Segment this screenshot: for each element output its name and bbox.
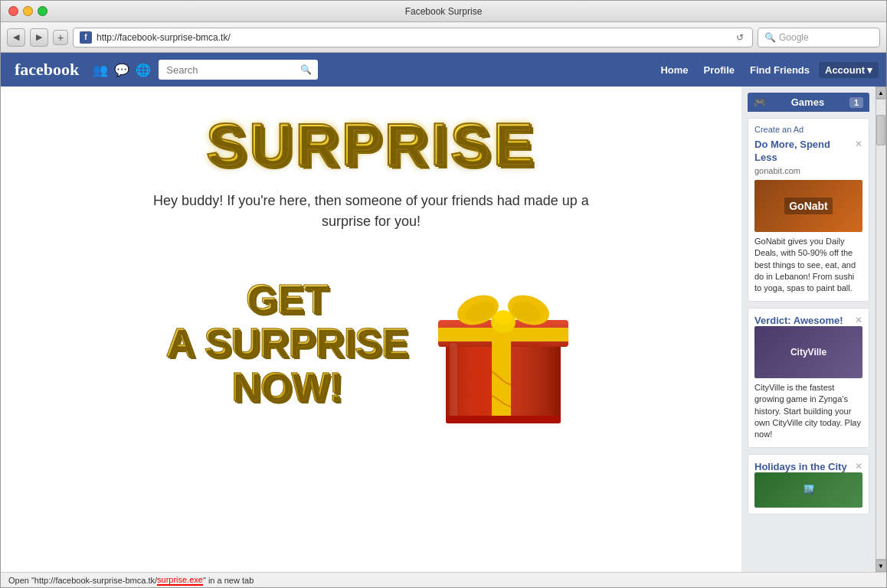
ad-1-site: gonabit.com (754, 166, 862, 175)
account-dropdown[interactable]: Account ▾ (819, 62, 879, 78)
google-search-bar[interactable]: 🔍 Google (758, 28, 880, 47)
gift-box-image (423, 255, 576, 431)
scroll-down-button[interactable]: ▼ (876, 560, 886, 572)
main-area: SURPRISE Hey buddy! If you're here, then… (1, 87, 886, 572)
svg-point-11 (494, 310, 512, 325)
svg-rect-12 (450, 343, 457, 420)
fb-search-input[interactable] (159, 60, 318, 80)
gonabit-logo: GoNabt (784, 198, 833, 214)
back-button[interactable]: ◀ (7, 28, 25, 47)
ad-1-description: GoNabit gives you Daily Deals, with 50-9… (754, 236, 862, 295)
status-text-after: " in a new tab (203, 576, 254, 585)
status-text-before: Open "http://facebook-surprise-bmca.tk/ (8, 576, 157, 585)
fb-search-submit[interactable]: 🔍 (300, 64, 312, 75)
ad-2-image[interactable]: CityVille (754, 326, 862, 378)
forward-button[interactable]: ▶ (30, 28, 48, 47)
reload-icon: ↺ (736, 32, 744, 43)
site-favicon: f (80, 31, 92, 44)
ad-2-title[interactable]: Verdict: Awesome! (754, 315, 843, 326)
games-badge: 1 (849, 97, 863, 108)
surprise-title: SURPRISE (206, 109, 536, 179)
scrollbar: ▲ ▼ (876, 87, 886, 572)
minimize-button[interactable] (23, 6, 33, 16)
ad-2-description: CityVille is the fastest growing game in… (754, 382, 862, 441)
profile-nav-item[interactable]: Profile (698, 61, 741, 79)
account-label: Account (825, 64, 865, 76)
cta-line2: A SURPRISE (166, 321, 408, 364)
toolbar: ◀ ▶ + f http://facebook-surprise-bmca.tk… (1, 22, 886, 53)
browser-window: Facebook Surprise ◀ ▶ + f http://faceboo… (0, 0, 887, 588)
account-arrow-icon: ▾ (867, 64, 872, 76)
ad-3-close-button[interactable]: ✕ (855, 461, 862, 472)
home-nav-item[interactable]: Home (654, 61, 694, 79)
fb-search-wrapper: 🔍 (159, 60, 318, 80)
facebook-header: facebook 👥 💬 🌐 🔍 Home Profile Find Frien… (1, 53, 886, 87)
games-header: 🎮 Games 1 (748, 93, 869, 112)
scroll-up-button[interactable]: ▲ (876, 87, 886, 99)
status-text-highlight: surprise.exe (157, 575, 203, 586)
ad-1-close-button[interactable]: ✕ (855, 139, 862, 149)
ad-1-image[interactable]: GoNabt (754, 180, 862, 232)
ad-3-image[interactable]: 🏙️ (754, 472, 862, 508)
reload-button[interactable]: ↺ (734, 31, 746, 44)
cta-text[interactable]: GET A SURPRISE NOW! (166, 277, 408, 409)
ad-1-title[interactable]: Do More, Spend Less (754, 139, 855, 165)
add-tab-icon: + (57, 31, 64, 44)
fb-header-icons: 👥 💬 🌐 (93, 63, 151, 77)
cityville-logo: CityVille (790, 347, 826, 358)
status-bar: Open "http://facebook-surprise-bmca.tk/s… (1, 572, 886, 587)
cta-line1: GET (166, 277, 408, 321)
messages-icon[interactable]: 💬 (114, 63, 129, 77)
title-bar: Facebook Surprise (1, 1, 886, 22)
window-buttons (8, 6, 47, 16)
notifications-icon[interactable]: 🌐 (136, 63, 151, 77)
window-title: Facebook Surprise (405, 6, 483, 17)
create-ad-link[interactable]: Create an Ad (754, 125, 862, 134)
ad-panel-3: Holidays in the City ✕ 🏙️ (748, 454, 869, 514)
content-area: SURPRISE Hey buddy! If you're here, then… (1, 87, 741, 572)
back-icon: ◀ (13, 32, 19, 42)
scroll-track[interactable] (876, 99, 886, 560)
google-placeholder: Google (779, 32, 809, 43)
logo-text: facebook (15, 60, 79, 79)
cta-line3: NOW! (166, 365, 408, 409)
find-friends-nav-item[interactable]: Find Friends (744, 61, 816, 79)
maximize-button[interactable] (38, 6, 47, 16)
ad-2-close-button[interactable]: ✕ (855, 315, 862, 325)
ad-3-title[interactable]: Holidays in the City (754, 461, 847, 472)
svg-rect-13 (446, 416, 561, 423)
google-search-icon: 🔍 (764, 32, 776, 43)
games-icon: 🎮 (754, 96, 766, 108)
games-label: Games (791, 96, 824, 108)
forward-icon: ▶ (36, 32, 42, 42)
ad-panel-1: Create an Ad Do More, Spend Less ✕ gonab… (748, 118, 869, 302)
holidays-logo: 🏙️ (804, 485, 814, 495)
ad-panel-2: Verdict: Awesome! ✕ CityVille CityVille … (748, 308, 869, 448)
close-button[interactable] (8, 6, 18, 16)
surprise-subtitle: Hey buddy! If you're here, then someone … (142, 191, 601, 232)
address-bar[interactable]: f http://facebook-surprise-bmca.tk/ ↺ (73, 28, 753, 47)
svg-rect-4 (492, 339, 511, 423)
url-text: http://facebook-surprise-bmca.tk/ (97, 32, 729, 43)
scroll-thumb[interactable] (876, 115, 885, 145)
page-content: facebook 👥 💬 🌐 🔍 Home Profile Find Frien… (1, 53, 886, 572)
cta-area: GET A SURPRISE NOW! (166, 255, 577, 431)
fb-nav: Home Profile Find Friends Account ▾ (654, 61, 879, 79)
facebook-logo: facebook (8, 58, 85, 81)
friends-icon[interactable]: 👥 (93, 63, 108, 77)
sidebar: 🎮 Games 1 Create an Ad Do More, Spend Le… (741, 87, 876, 572)
add-tab-button[interactable]: + (53, 30, 68, 45)
